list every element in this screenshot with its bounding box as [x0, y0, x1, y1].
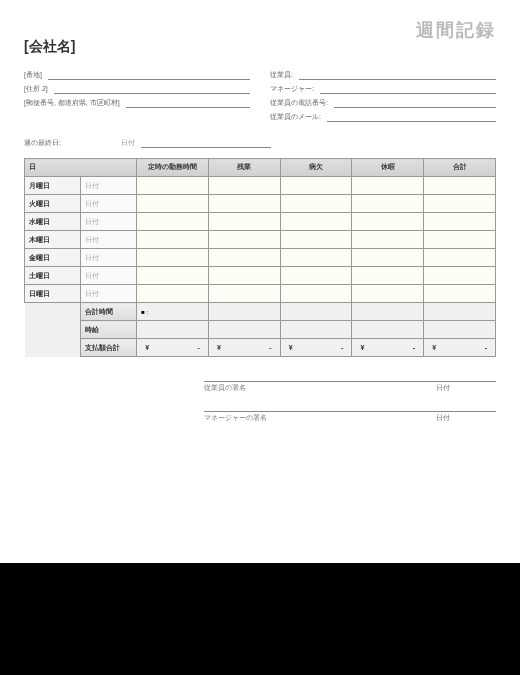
day-cell: 木曜日 — [25, 231, 81, 249]
mgr-label: マネージャー: — [270, 84, 314, 94]
table-row: 水曜日日付 — [25, 213, 496, 231]
sick-cell — [280, 285, 352, 303]
overtime-cell — [208, 231, 280, 249]
cur1: ¥ — [145, 344, 149, 351]
date-cell: 日付 — [81, 213, 137, 231]
addr2-line — [54, 84, 250, 94]
total-cell — [424, 195, 496, 213]
date-cell: 日付 — [81, 177, 137, 195]
col-sick: 病欠 — [280, 159, 352, 177]
table-row: 木曜日日付 — [25, 231, 496, 249]
mgr-sig-label: マネージャーの署名 — [204, 414, 436, 423]
date-cell: 日付 — [81, 249, 137, 267]
vacation-cell — [352, 249, 424, 267]
overtime-cell — [208, 177, 280, 195]
addr2: [住所 2] — [24, 84, 48, 94]
phone-label: 従業員の電話番号: — [270, 98, 328, 108]
col-vacation: 休暇 — [352, 159, 424, 177]
total-hours-label: 合計時間 — [81, 303, 137, 321]
d2: - — [269, 344, 271, 351]
date-cell: 日付 — [81, 195, 137, 213]
cur4: ¥ — [360, 344, 364, 351]
cur5: ¥ — [432, 344, 436, 351]
addr1: [番地] — [24, 70, 42, 80]
vacation-cell — [352, 231, 424, 249]
table-row: 土曜日日付 — [25, 267, 496, 285]
bottom-black-bar — [0, 563, 520, 675]
table-row: 火曜日日付 — [25, 195, 496, 213]
weekend-line — [141, 138, 271, 148]
address-block: [番地] [住所 2] [郵便番号, 都道府県, 市区町村] — [24, 70, 250, 126]
emp-line — [299, 70, 496, 80]
timesheet-body: 月曜日日付火曜日日付水曜日日付木曜日日付金曜日日付土曜日日付日曜日日付 — [25, 177, 496, 303]
col-day: 日 — [25, 159, 137, 177]
total-pay-label: 支払額合計 — [81, 339, 137, 357]
regular-cell — [137, 195, 209, 213]
table-row: 金曜日日付 — [25, 249, 496, 267]
emp-sig-line: 従業員の署名 日付 — [204, 381, 496, 393]
regular-cell — [137, 285, 209, 303]
cur3: ¥ — [289, 344, 293, 351]
date-cell: 日付 — [81, 231, 137, 249]
sick-cell — [280, 213, 352, 231]
emp-sig-label: 従業員の署名 — [204, 384, 436, 393]
weekend-date-label: 日付 — [121, 138, 135, 148]
sick-cell — [280, 177, 352, 195]
day-cell: 火曜日 — [25, 195, 81, 213]
overtime-cell — [208, 285, 280, 303]
d4: - — [413, 344, 415, 351]
regular-cell — [137, 231, 209, 249]
cur2: ¥ — [217, 344, 221, 351]
day-cell: 日曜日 — [25, 285, 81, 303]
day-cell: 月曜日 — [25, 177, 81, 195]
total-cell — [424, 213, 496, 231]
total-cell — [424, 231, 496, 249]
signature-block: 従業員の署名 日付 マネージャーの署名 日付 — [24, 381, 496, 423]
timesheet-page: 週間記録 [会社名] [番地] [住所 2] [郵便番号, 都道府県, 市区町村… — [0, 0, 520, 423]
addr3: [郵便番号, 都道府県, 市区町村] — [24, 98, 120, 108]
mgr-sig-date: 日付 — [436, 414, 496, 423]
day-cell: 土曜日 — [25, 267, 81, 285]
rate-row: 時給 — [25, 321, 496, 339]
vacation-cell — [352, 195, 424, 213]
employee-block: 従業員: マネージャー: 従業員の電話番号: 従業員のメール: — [270, 70, 496, 126]
header-fields: [番地] [住所 2] [郵便番号, 都道府県, 市区町村] 従業員: マネージ… — [24, 70, 496, 126]
email-label: 従業員のメール: — [270, 112, 321, 122]
date-cell: 日付 — [81, 267, 137, 285]
email-line — [327, 112, 496, 122]
vacation-cell — [352, 213, 424, 231]
vacation-cell — [352, 267, 424, 285]
col-overtime: 残業 — [208, 159, 280, 177]
d1: - — [198, 344, 200, 351]
sick-cell — [280, 249, 352, 267]
addr1-line — [48, 70, 250, 80]
sick-cell — [280, 195, 352, 213]
date-cell: 日付 — [81, 285, 137, 303]
mgr-line — [320, 84, 496, 94]
page-title: 週間記録 — [416, 18, 496, 42]
overtime-cell — [208, 213, 280, 231]
rate-label: 時給 — [81, 321, 137, 339]
day-cell: 金曜日 — [25, 249, 81, 267]
col-regular: 定時の勤務時間 — [137, 159, 209, 177]
d5: - — [485, 344, 487, 351]
total-cell — [424, 267, 496, 285]
total-cell — [424, 285, 496, 303]
overtime-cell — [208, 195, 280, 213]
col-total: 合計 — [424, 159, 496, 177]
regular-cell — [137, 249, 209, 267]
overtime-cell — [208, 267, 280, 285]
addr3-line — [126, 98, 250, 108]
table-row: 月曜日日付 — [25, 177, 496, 195]
emp-sig-date: 日付 — [436, 384, 496, 393]
total-cell — [424, 249, 496, 267]
weekend-label: 週の最終日: — [24, 138, 61, 148]
emp-label: 従業員: — [270, 70, 293, 80]
d3: - — [341, 344, 343, 351]
total-hours-row: 合計時間 ■ : — [25, 303, 496, 321]
mgr-sig-line: マネージャーの署名 日付 — [204, 411, 496, 423]
total-cell — [424, 177, 496, 195]
table-row: 日曜日日付 — [25, 285, 496, 303]
sick-cell — [280, 231, 352, 249]
sick-cell — [280, 267, 352, 285]
